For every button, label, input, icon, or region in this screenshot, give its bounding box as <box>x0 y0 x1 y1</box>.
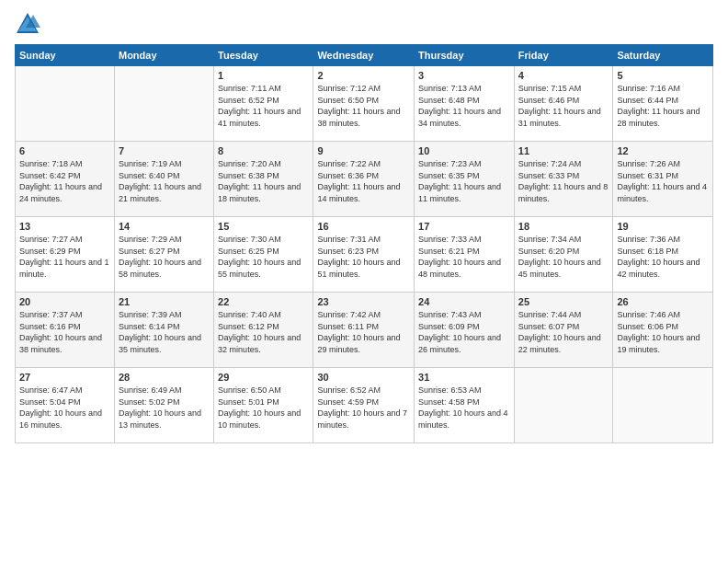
calendar-cell: 23Sunrise: 7:42 AM Sunset: 6:11 PM Dayli… <box>313 293 415 368</box>
day-info: Sunrise: 7:19 AM Sunset: 6:40 PM Dayligh… <box>119 158 210 204</box>
day-info: Sunrise: 7:11 AM Sunset: 6:52 PM Dayligh… <box>218 83 309 129</box>
calendar-cell: 7Sunrise: 7:19 AM Sunset: 6:40 PM Daylig… <box>114 142 213 217</box>
weekday-header-row: SundayMondayTuesdayWednesdayThursdayFrid… <box>16 45 713 66</box>
day-number: 19 <box>617 221 709 232</box>
calendar-cell: 25Sunrise: 7:44 AM Sunset: 6:07 PM Dayli… <box>514 293 613 368</box>
day-number: 3 <box>418 70 510 81</box>
calendar-cell: 30Sunrise: 6:52 AM Sunset: 4:59 PM Dayli… <box>313 368 415 443</box>
day-number: 10 <box>418 145 510 156</box>
logo-icon <box>15 11 40 37</box>
week-row-1: 6Sunrise: 7:18 AM Sunset: 6:42 PM Daylig… <box>16 142 713 217</box>
day-number: 29 <box>218 372 309 383</box>
calendar-cell: 27Sunrise: 6:47 AM Sunset: 5:04 PM Dayli… <box>16 368 115 443</box>
day-info: Sunrise: 7:29 AM Sunset: 6:27 PM Dayligh… <box>119 234 210 280</box>
calendar-cell: 3Sunrise: 7:13 AM Sunset: 6:48 PM Daylig… <box>415 66 515 142</box>
day-info: Sunrise: 6:52 AM Sunset: 4:59 PM Dayligh… <box>317 385 410 431</box>
calendar-cell: 20Sunrise: 7:37 AM Sunset: 6:16 PM Dayli… <box>16 293 115 368</box>
day-info: Sunrise: 7:44 AM Sunset: 6:07 PM Dayligh… <box>518 309 609 355</box>
page: SundayMondayTuesdayWednesdayThursdayFrid… <box>0 0 728 563</box>
day-info: Sunrise: 7:31 AM Sunset: 6:23 PM Dayligh… <box>317 234 410 280</box>
calendar-cell: 12Sunrise: 7:26 AM Sunset: 6:31 PM Dayli… <box>613 142 713 217</box>
day-number: 13 <box>19 221 110 232</box>
calendar-cell: 29Sunrise: 6:50 AM Sunset: 5:01 PM Dayli… <box>214 368 313 443</box>
calendar-cell: 28Sunrise: 6:49 AM Sunset: 5:02 PM Dayli… <box>114 368 213 443</box>
day-info: Sunrise: 6:47 AM Sunset: 5:04 PM Dayligh… <box>19 385 110 431</box>
day-info: Sunrise: 7:43 AM Sunset: 6:09 PM Dayligh… <box>418 309 510 355</box>
day-info: Sunrise: 7:33 AM Sunset: 6:21 PM Dayligh… <box>418 234 510 280</box>
day-number: 1 <box>218 70 309 81</box>
weekday-header-wednesday: Wednesday <box>313 45 415 66</box>
calendar-cell: 16Sunrise: 7:31 AM Sunset: 6:23 PM Dayli… <box>313 217 415 293</box>
calendar-cell: 21Sunrise: 7:39 AM Sunset: 6:14 PM Dayli… <box>114 293 213 368</box>
calendar-cell <box>613 368 713 443</box>
weekday-header-friday: Friday <box>514 45 613 66</box>
calendar-cell: 8Sunrise: 7:20 AM Sunset: 6:38 PM Daylig… <box>214 142 313 217</box>
calendar-cell: 13Sunrise: 7:27 AM Sunset: 6:29 PM Dayli… <box>16 217 115 293</box>
calendar-cell: 19Sunrise: 7:36 AM Sunset: 6:18 PM Dayli… <box>613 217 713 293</box>
calendar-cell <box>514 368 613 443</box>
day-info: Sunrise: 6:50 AM Sunset: 5:01 PM Dayligh… <box>218 385 309 431</box>
day-number: 12 <box>617 145 709 156</box>
day-info: Sunrise: 7:39 AM Sunset: 6:14 PM Dayligh… <box>119 309 210 355</box>
calendar-cell: 31Sunrise: 6:53 AM Sunset: 4:58 PM Dayli… <box>415 368 515 443</box>
day-info: Sunrise: 7:27 AM Sunset: 6:29 PM Dayligh… <box>19 234 110 280</box>
calendar-cell: 11Sunrise: 7:24 AM Sunset: 6:33 PM Dayli… <box>514 142 613 217</box>
day-info: Sunrise: 7:20 AM Sunset: 6:38 PM Dayligh… <box>218 158 309 204</box>
day-number: 6 <box>19 145 110 156</box>
weekday-header-tuesday: Tuesday <box>214 45 313 66</box>
calendar-cell <box>16 66 115 142</box>
day-number: 7 <box>119 145 210 156</box>
day-number: 15 <box>218 221 309 232</box>
day-number: 27 <box>19 372 110 383</box>
day-number: 23 <box>317 296 410 307</box>
day-number: 25 <box>518 296 609 307</box>
day-info: Sunrise: 7:22 AM Sunset: 6:36 PM Dayligh… <box>317 158 410 204</box>
day-number: 5 <box>617 70 709 81</box>
day-number: 17 <box>418 221 510 232</box>
week-row-4: 27Sunrise: 6:47 AM Sunset: 5:04 PM Dayli… <box>16 368 713 443</box>
day-info: Sunrise: 7:16 AM Sunset: 6:44 PM Dayligh… <box>617 83 709 129</box>
day-number: 9 <box>317 145 410 156</box>
day-number: 4 <box>518 70 609 81</box>
calendar-cell: 4Sunrise: 7:15 AM Sunset: 6:46 PM Daylig… <box>514 66 613 142</box>
day-number: 8 <box>218 145 309 156</box>
calendar-cell: 15Sunrise: 7:30 AM Sunset: 6:25 PM Dayli… <box>214 217 313 293</box>
day-number: 21 <box>119 296 210 307</box>
calendar-cell: 9Sunrise: 7:22 AM Sunset: 6:36 PM Daylig… <box>313 142 415 217</box>
weekday-header-saturday: Saturday <box>613 45 713 66</box>
week-row-3: 20Sunrise: 7:37 AM Sunset: 6:16 PM Dayli… <box>16 293 713 368</box>
day-info: Sunrise: 6:53 AM Sunset: 4:58 PM Dayligh… <box>418 385 510 431</box>
day-number: 14 <box>119 221 210 232</box>
week-row-2: 13Sunrise: 7:27 AM Sunset: 6:29 PM Dayli… <box>16 217 713 293</box>
day-info: Sunrise: 7:40 AM Sunset: 6:12 PM Dayligh… <box>218 309 309 355</box>
week-row-0: 1Sunrise: 7:11 AM Sunset: 6:52 PM Daylig… <box>16 66 713 142</box>
day-number: 20 <box>19 296 110 307</box>
day-info: Sunrise: 7:42 AM Sunset: 6:11 PM Dayligh… <box>317 309 410 355</box>
calendar-cell: 22Sunrise: 7:40 AM Sunset: 6:12 PM Dayli… <box>214 293 313 368</box>
day-info: Sunrise: 6:49 AM Sunset: 5:02 PM Dayligh… <box>119 385 210 431</box>
day-info: Sunrise: 7:24 AM Sunset: 6:33 PM Dayligh… <box>518 158 609 204</box>
day-info: Sunrise: 7:18 AM Sunset: 6:42 PM Dayligh… <box>19 158 110 204</box>
day-info: Sunrise: 7:46 AM Sunset: 6:06 PM Dayligh… <box>617 309 709 355</box>
calendar-table: SundayMondayTuesdayWednesdayThursdayFrid… <box>15 44 713 443</box>
calendar-cell: 17Sunrise: 7:33 AM Sunset: 6:21 PM Dayli… <box>415 217 515 293</box>
weekday-header-sunday: Sunday <box>16 45 115 66</box>
day-info: Sunrise: 7:26 AM Sunset: 6:31 PM Dayligh… <box>617 158 709 204</box>
weekday-header-monday: Monday <box>114 45 213 66</box>
calendar-cell: 2Sunrise: 7:12 AM Sunset: 6:50 PM Daylig… <box>313 66 415 142</box>
day-info: Sunrise: 7:23 AM Sunset: 6:35 PM Dayligh… <box>418 158 510 204</box>
day-info: Sunrise: 7:37 AM Sunset: 6:16 PM Dayligh… <box>19 309 110 355</box>
day-number: 18 <box>518 221 609 232</box>
calendar-cell: 6Sunrise: 7:18 AM Sunset: 6:42 PM Daylig… <box>16 142 115 217</box>
day-info: Sunrise: 7:13 AM Sunset: 6:48 PM Dayligh… <box>418 83 510 129</box>
calendar-cell: 18Sunrise: 7:34 AM Sunset: 6:20 PM Dayli… <box>514 217 613 293</box>
day-number: 30 <box>317 372 410 383</box>
day-info: Sunrise: 7:30 AM Sunset: 6:25 PM Dayligh… <box>218 234 309 280</box>
day-number: 28 <box>119 372 210 383</box>
day-info: Sunrise: 7:15 AM Sunset: 6:46 PM Dayligh… <box>518 83 609 129</box>
day-info: Sunrise: 7:34 AM Sunset: 6:20 PM Dayligh… <box>518 234 609 280</box>
day-number: 24 <box>418 296 510 307</box>
calendar-cell: 1Sunrise: 7:11 AM Sunset: 6:52 PM Daylig… <box>214 66 313 142</box>
day-number: 22 <box>218 296 309 307</box>
calendar-cell: 14Sunrise: 7:29 AM Sunset: 6:27 PM Dayli… <box>114 217 213 293</box>
